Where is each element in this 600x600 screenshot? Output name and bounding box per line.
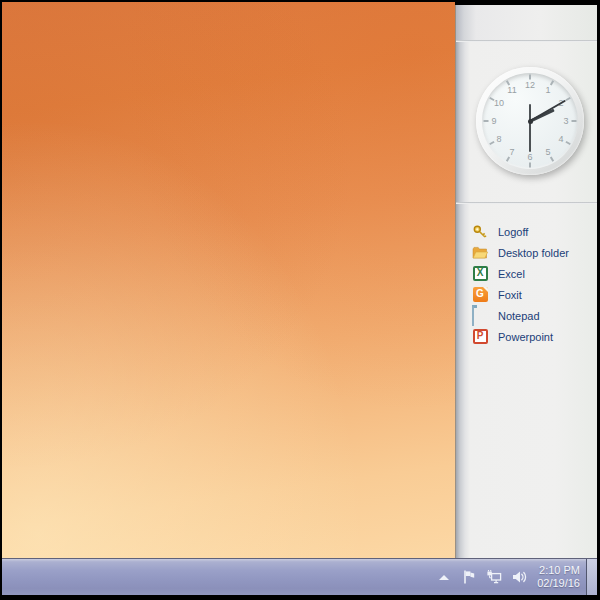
- foxit-icon: G: [472, 287, 488, 303]
- clock-tick: [484, 120, 489, 122]
- clock-numeral: 5: [545, 147, 550, 157]
- sidebar-gadget-panel: 12 1 2 3 4 5 6 7 8 9 10 11: [455, 5, 597, 560]
- shortcut-desktop-folder[interactable]: Desktop folder: [456, 242, 597, 263]
- sidebar-divider: [456, 40, 597, 42]
- excel-icon: X: [472, 266, 488, 282]
- clock-tick: [489, 141, 494, 145]
- volume-button[interactable]: [511, 569, 527, 585]
- clock-tick: [550, 156, 554, 161]
- desktop-wallpaper[interactable]: [2, 2, 455, 558]
- clock-tick: [529, 163, 531, 168]
- clock-second-hand: [529, 121, 531, 152]
- shortcut-notepad[interactable]: Notepad: [456, 305, 597, 326]
- speaker-icon: [511, 569, 527, 585]
- clock-tick: [565, 141, 570, 145]
- shortcut-label: Powerpoint: [498, 331, 553, 343]
- shortcut-label: Foxit: [498, 289, 522, 301]
- clock-tick: [506, 156, 510, 161]
- clock-minute-hand: [530, 100, 567, 122]
- taskbar-time: 2:10 PM: [537, 564, 580, 577]
- action-center-button[interactable]: [461, 569, 477, 585]
- clock-face: 12 1 2 3 4 5 6 7 8 9 10 11: [482, 73, 578, 169]
- taskbar: 2:10 PM 02/19/16: [2, 558, 597, 595]
- taskbar-date: 02/19/16: [537, 577, 580, 590]
- excel-glyph: X: [473, 266, 488, 281]
- shortcut-excel[interactable]: X Excel: [456, 263, 597, 284]
- clock-numeral: 11: [507, 85, 516, 95]
- clock-tick: [550, 80, 554, 85]
- flag-icon: [461, 569, 477, 585]
- powerpoint-glyph: P: [473, 329, 488, 344]
- clock-numeral: 8: [496, 134, 501, 144]
- shortcut-powerpoint[interactable]: P Powerpoint: [456, 326, 597, 347]
- shortcut-label: Desktop folder: [498, 247, 569, 259]
- clock-tick: [565, 97, 570, 101]
- clock-tick: [529, 75, 531, 80]
- sidebar-shortcut-list: Logoff Desktop folder X Excel: [456, 221, 597, 347]
- clock-numeral: 6: [527, 152, 532, 162]
- screen: 12 1 2 3 4 5 6 7 8 9 10 11: [0, 0, 600, 600]
- shortcut-label: Logoff: [498, 226, 528, 238]
- show-desktop-button[interactable]: [586, 559, 597, 595]
- sidebar-divider: [456, 202, 597, 204]
- clock-numeral: 9: [491, 116, 496, 126]
- clock-numeral: 10: [494, 98, 504, 108]
- clock-gadget[interactable]: 12 1 2 3 4 5 6 7 8 9 10 11: [476, 67, 584, 175]
- chevron-up-icon: [439, 575, 449, 580]
- sidebar-top-section: [456, 5, 597, 40]
- shortcut-label: Excel: [498, 268, 525, 280]
- shortcut-foxit[interactable]: G Foxit: [456, 284, 597, 305]
- clock-numeral: 1: [545, 85, 550, 95]
- notepad-icon: [472, 308, 488, 324]
- clock-center-cap: [528, 119, 533, 124]
- shortcut-logoff[interactable]: Logoff: [456, 221, 597, 242]
- clock-numeral: 3: [563, 116, 568, 126]
- powerpoint-icon: P: [472, 329, 488, 345]
- clock-numeral: 7: [509, 147, 514, 157]
- clock-numeral: 4: [558, 134, 563, 144]
- clock-numeral: 12: [525, 80, 535, 90]
- shortcut-label: Notepad: [498, 310, 540, 322]
- taskbar-clock[interactable]: 2:10 PM 02/19/16: [537, 564, 580, 590]
- network-icon: [486, 569, 502, 585]
- key-icon: [472, 224, 488, 240]
- foxit-glyph: G: [473, 287, 488, 302]
- system-tray: [436, 569, 527, 585]
- folder-icon: [472, 245, 488, 261]
- show-hidden-icons-button[interactable]: [436, 569, 452, 585]
- network-button[interactable]: [486, 569, 502, 585]
- clock-tick: [572, 120, 577, 122]
